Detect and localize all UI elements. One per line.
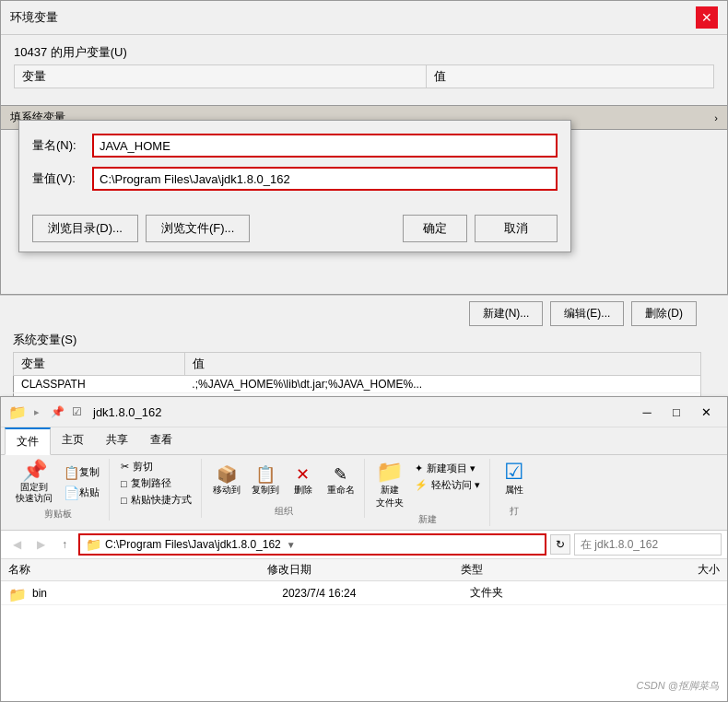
address-path-text: C:\Program Files\Java\jdk1.8.0_162 (105, 538, 281, 551)
explorer-titlebar: 📁 ▸ 📌 ☑ jdk1.8.0_162 ─ □ ✕ (1, 397, 727, 427)
new-item-label: 新建项目 ▾ (427, 462, 476, 475)
easy-access-button[interactable]: ⚡ 轻松访问 ▾ (411, 477, 484, 493)
address-bar: ◀ ▶ ↑ 📁 C:\Program Files\Java\jdk1.8.0_1… (1, 531, 727, 559)
organize-items: 📦 移动到 📋 复制到 ✕ 删除 ✎ 重命名 (209, 459, 358, 503)
col-val-header: 值 (427, 65, 714, 88)
cut-button[interactable]: ✂ 剪切 (117, 459, 195, 474)
ribbon-group-organize: 📦 移动到 📋 复制到 ✕ 删除 ✎ 重命名 (204, 459, 365, 518)
copy-to-label: 复制到 (252, 484, 279, 497)
tab-file[interactable]: 文件 (5, 427, 51, 455)
new-group-label: 新建 (418, 511, 437, 526)
properties-label: 属性 (505, 484, 523, 497)
browse-dir-button[interactable]: 浏览目录(D)... (32, 215, 138, 242)
file-type: 文件夹 (470, 585, 595, 601)
col-name-header: 名称 (8, 562, 267, 578)
tab-share[interactable]: 共享 (95, 427, 139, 454)
var-value-row: 量值(V): (32, 167, 558, 191)
address-folder-icon: 📁 (86, 537, 101, 552)
window-close-button[interactable]: ✕ (692, 401, 720, 423)
paste-icon: 📄 (64, 486, 79, 500)
rename-icon: ✎ (334, 466, 347, 483)
var-value-input[interactable] (92, 167, 558, 191)
ribbon-group-quickaccess: 📌 固定到快速访问 📋 复制 📄 粘贴 剪贴板 (6, 459, 110, 521)
search-input[interactable] (574, 533, 722, 556)
tab-home[interactable]: 主页 (51, 427, 95, 454)
copy-button[interactable]: 📋 复制 (60, 463, 103, 482)
pin-icon: 📌 (51, 405, 65, 418)
copy-icon: 📋 (64, 465, 79, 480)
up-button[interactable]: ↑ (54, 534, 75, 555)
var-name-input[interactable] (92, 134, 558, 158)
move-icon: 📦 (217, 466, 237, 483)
sys-col-val: 值 (184, 353, 714, 376)
col-size-header: 大小 (591, 562, 720, 578)
properties-icon: ☑ (504, 461, 524, 483)
copy-to-button[interactable]: 📋 复制到 (248, 464, 283, 498)
cancel-button[interactable]: 取消 (475, 215, 558, 242)
title-folder-icon: 📁 (8, 404, 27, 421)
file-list: 名称 修改日期 类型 大小 📁 bin 2023/7/4 16:24 文件夹 (1, 559, 727, 605)
sys-var-name: CLASSPATH (14, 376, 185, 393)
paste-shortcut-icon: □ (121, 495, 127, 506)
move-to-button[interactable]: 📦 移动到 (209, 464, 244, 498)
delete-sys-var-button[interactable]: 删除(D) (631, 301, 697, 326)
file-name: bin (32, 587, 282, 600)
new-item-icon: ✦ (415, 462, 423, 474)
copy-label: 复制 (79, 465, 100, 479)
file-date: 2023/7/4 16:24 (282, 587, 469, 600)
forward-button[interactable]: ▶ (30, 534, 51, 555)
properties-group-label: 打 (510, 503, 519, 518)
col-type-header: 类型 (461, 562, 590, 578)
minimize-button[interactable]: ─ (633, 401, 661, 423)
delete-button[interactable]: ✕ 删除 (287, 464, 320, 498)
edit-sys-var-button[interactable]: 编辑(E)... (550, 301, 624, 326)
close-button[interactable]: ✕ (696, 6, 718, 29)
col-date-header: 修改日期 (267, 562, 462, 578)
user-vars-label: 10437 的用户变量(U) (14, 44, 714, 61)
table-row[interactable]: CLASSPATH .;%JAVA_HOME%\lib\dt.jar;%JAVA… (14, 376, 715, 393)
ok-button[interactable]: 确定 (403, 215, 467, 242)
properties-button[interactable]: ☑ 属性 (498, 459, 531, 498)
explorer-ribbon: 文件 主页 共享 查看 📌 固定到快速访问 📋 复制 (1, 427, 727, 531)
copy-path-button[interactable]: □ 复制路径 (117, 475, 195, 491)
col-var-header: 变量 (15, 65, 427, 88)
explorer-window: 📁 ▸ 📌 ☑ jdk1.8.0_162 ─ □ ✕ 文件 主页 共享 查看 📌 (0, 396, 728, 702)
pin-icon: 📌 (22, 461, 47, 481)
file-list-header: 名称 修改日期 类型 大小 (1, 559, 727, 581)
delete-icon: ✕ (296, 466, 310, 483)
organize-group-label: 组织 (275, 503, 293, 518)
breadcrumb-sep: ▸ (34, 406, 40, 418)
new-sys-var-button[interactable]: 新建(N)... (469, 301, 544, 326)
tab-view[interactable]: 查看 (139, 427, 183, 454)
ribbon-group-properties: ☑ 属性 打 (492, 459, 536, 518)
paste-shortcut-label: 粘贴快捷方式 (131, 493, 192, 507)
new-folder-icon: 📁 (376, 461, 404, 483)
rename-button[interactable]: ✎ 重命名 (323, 464, 358, 498)
explorer-title: jdk1.8.0_162 (93, 405, 161, 419)
ribbon-group-new: 📁 新建文件夹 ✦ 新建项目 ▾ ⚡ 轻松访问 ▾ 新建 (367, 459, 490, 526)
edit-dialog-buttons: 浏览目录(D)... 浏览文件(F)... 确定 取消 (19, 209, 570, 252)
refresh-button[interactable]: ↻ (550, 534, 570, 555)
paste-label: 粘贴 (79, 486, 100, 499)
maximize-button[interactable]: □ (663, 401, 690, 423)
dialog-title: 环境变量 (10, 9, 58, 26)
user-vars-section: 10437 的用户变量(U) 变量 值 (14, 44, 714, 88)
sys-var-value: .;%JAVA_HOME%\lib\dt.jar;%JAVA_HOME%... (184, 376, 714, 393)
copy-path-label: 复制路径 (131, 476, 171, 490)
address-input[interactable]: 📁 C:\Program Files\Java\jdk1.8.0_162 ▼ (78, 533, 546, 556)
dialog-body: 10437 的用户变量(U) 变量 值 (1, 35, 727, 105)
ribbon-group-clipboard: ✂ 剪切 □ 复制路径 □ 粘贴快捷方式 (112, 459, 202, 518)
paste-button[interactable]: 📄 粘贴 (60, 484, 103, 502)
new-folder-button[interactable]: 📁 新建文件夹 (372, 459, 407, 511)
ribbon-tabs: 文件 主页 共享 查看 (1, 427, 727, 455)
browse-file-button[interactable]: 浏览文件(F)... (146, 215, 250, 242)
back-button[interactable]: ◀ (6, 534, 27, 555)
paste-shortcut-button[interactable]: □ 粘贴快捷方式 (117, 492, 195, 508)
pin-to-quickaccess-button[interactable]: 📌 固定到快速访问 (12, 459, 56, 506)
var-name-label: 量名(N): (32, 137, 92, 154)
address-dropdown-icon[interactable]: ▼ (287, 540, 296, 550)
file-row-bin[interactable]: 📁 bin 2023/7/4 16:24 文件夹 (1, 581, 727, 605)
easy-access-icon: ⚡ (415, 479, 428, 491)
user-vars-table: 变量 值 (14, 64, 714, 88)
new-item-button[interactable]: ✦ 新建项目 ▾ (411, 461, 484, 476)
